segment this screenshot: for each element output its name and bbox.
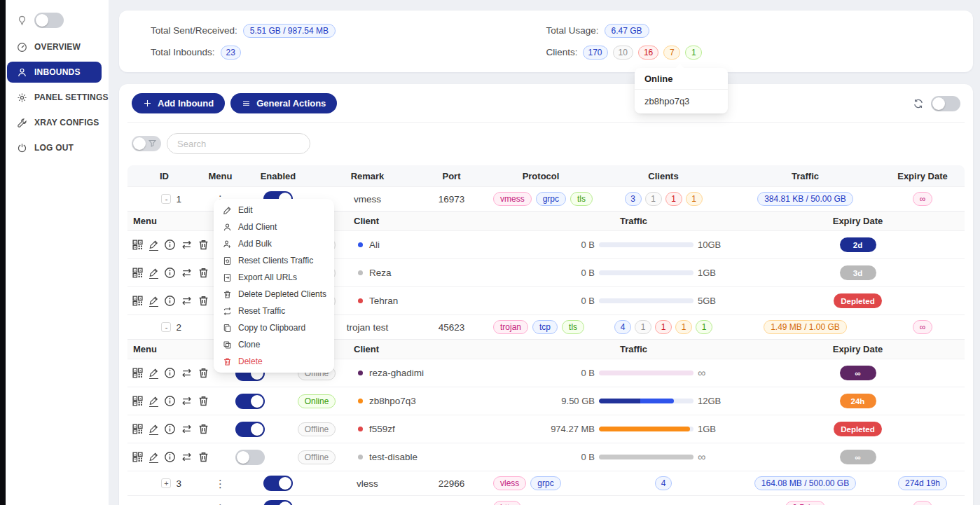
edit-client-icon[interactable] [149,396,159,407]
menu-item-delete-depleted-clients[interactable]: Delete Depleted Clients [214,286,334,303]
menu-item-copy-to-clipboard[interactable]: Copy to Clipboard [214,319,334,336]
info-icon[interactable] [164,395,176,407]
delete-client-icon[interactable] [198,395,209,407]
menu-item-delete[interactable]: Delete [214,353,334,370]
refresh-icon[interactable] [913,98,924,109]
auto-refresh-toggle[interactable] [931,96,960,111]
row-menu-button[interactable]: ⋮ [215,478,226,489]
info-icon[interactable] [164,239,176,251]
traffic-bar [599,371,693,375]
clients-count-badge[interactable]: 1 [635,320,651,334]
client-row-f559zf: Offline f559zf 974.27 MB 1GB Depleted [127,415,965,443]
qrcode-icon[interactable] [132,451,144,463]
col-menu: Menu [201,171,240,181]
delete-client-icon[interactable] [198,367,209,379]
delete-client-icon[interactable] [198,451,209,463]
sidebar-item-logout[interactable]: LOG OUT [0,137,102,158]
qrcode-icon[interactable] [132,295,144,307]
clone-icon [223,340,232,350]
delete-icon [223,357,232,366]
clients-count-badge[interactable]: 1 [696,320,712,334]
delete-client-icon[interactable] [198,267,209,279]
info-icon[interactable] [164,451,176,463]
client-enabled-toggle[interactable] [235,394,265,409]
qrcode-icon[interactable] [132,423,144,435]
enabled-toggle[interactable] [263,500,293,505]
col-expiry: Expiry Date [881,171,965,181]
sidebar-item-overview[interactable]: OVERVIEW [0,36,102,57]
filter-toggle[interactable] [132,136,161,151]
client-enabled-toggle[interactable] [235,450,265,465]
delete-client-icon[interactable] [198,423,209,435]
collapse-toggle[interactable]: - [161,322,171,332]
menu-item-clone[interactable]: Clone [214,336,334,353]
edit-client-icon[interactable] [149,296,159,307]
delete-client-icon[interactable] [198,239,209,251]
col-enabled: Enabled [240,171,317,181]
theme-toggle[interactable] [34,13,64,28]
info-icon[interactable] [164,423,176,435]
sidebar: OVERVIEW INBOUNDS PANEL SETTINGS XRAY CO… [0,0,109,505]
clients-count-badge[interactable]: 1 [686,192,703,206]
client-enabled-toggle[interactable] [235,422,265,437]
client-name: Reza [369,268,392,278]
edit-client-icon[interactable] [149,268,159,279]
search-input[interactable] [167,133,310,154]
reset-traffic-icon[interactable] [181,267,193,279]
delete-client-icon[interactable] [198,295,209,307]
sidebar-item-xray-configs[interactable]: XRAY CONFIGS [0,112,102,133]
info-icon[interactable] [164,267,176,279]
edit-client-icon[interactable] [149,368,159,379]
clients-count-badge[interactable]: 4 [614,320,631,334]
reset-traffic-icon[interactable] [181,295,193,307]
collapse-toggle[interactable]: - [161,194,171,204]
clients-depleted-badge[interactable]: 16 [638,46,658,60]
add-inbound-button[interactable]: Add Inbound [132,93,225,113]
reset-traffic-icon[interactable] [181,423,193,435]
edit-client-icon[interactable] [149,424,159,435]
menu-item-edit[interactable]: Edit [214,202,334,219]
port: 16973 [418,194,485,205]
reset-traffic-icon[interactable] [181,239,193,251]
traffic-used: 0 B [544,368,595,378]
sidebar-item-inbounds[interactable]: INBOUNDS [7,62,102,83]
col-remark: Remark [317,171,418,181]
reset-traffic-icon[interactable] [181,367,193,379]
menu-item-export-all-urls[interactable]: Export All URLs [214,269,334,286]
clients-gray-badge[interactable]: 10 [613,46,633,60]
client-row-zb8hpo7q3: Online zb8hpo7q3 9.50 GB 12GB 24h [127,387,965,415]
clients-count-badge[interactable]: 1 [655,320,672,334]
menu-item-add-bulk[interactable]: Add Bulk [214,235,334,252]
qrcode-icon[interactable] [132,267,144,279]
edit-client-icon[interactable] [149,452,159,463]
menu-item-add-client[interactable]: Add Client [214,219,334,235]
clients-total-badge[interactable]: 170 [583,46,608,60]
expand-toggle[interactable]: + [161,478,171,488]
clients-count-badge[interactable]: 1 [675,320,692,334]
info-icon[interactable] [164,367,176,379]
enabled-toggle[interactable] [263,476,293,491]
qrcode-icon[interactable] [132,239,144,251]
clients-count-badge[interactable]: 1 [665,192,682,206]
clients-count-badge[interactable]: 3 [625,192,642,206]
sidebar-item-panel-settings[interactable]: PANEL SETTINGS [0,87,102,108]
clients-online-badge[interactable]: 1 [685,46,702,60]
clients-count-badge[interactable]: 4 [655,476,672,490]
clients-count-badge[interactable]: 1 [645,192,662,206]
client-name: test-disable [369,452,417,462]
qrcode-icon[interactable] [132,367,144,379]
menu-item-reset-traffic[interactable]: Reset Traffic [214,303,334,319]
reset-traffic-icon[interactable] [181,451,193,463]
info-icon[interactable] [164,295,176,307]
inbound-context-menu: Edit Add Client Add Bulk Reset Clients T… [214,199,334,373]
row-menu-button[interactable]: ⋮ [215,503,226,505]
qrcode-icon[interactable] [132,395,144,407]
traffic-used: 0 B [544,296,595,306]
clients-expiring-badge[interactable]: 7 [663,46,680,60]
menu-item-reset-clients-traffic[interactable]: Reset Clients Traffic [214,252,334,269]
traffic-limit: 1GB [698,268,723,278]
online-clients-popover: Online zb8hpo7q3 [635,68,728,113]
reset-traffic-icon[interactable] [181,395,193,407]
edit-client-icon[interactable] [149,240,159,251]
general-actions-button[interactable]: General Actions [230,93,337,113]
